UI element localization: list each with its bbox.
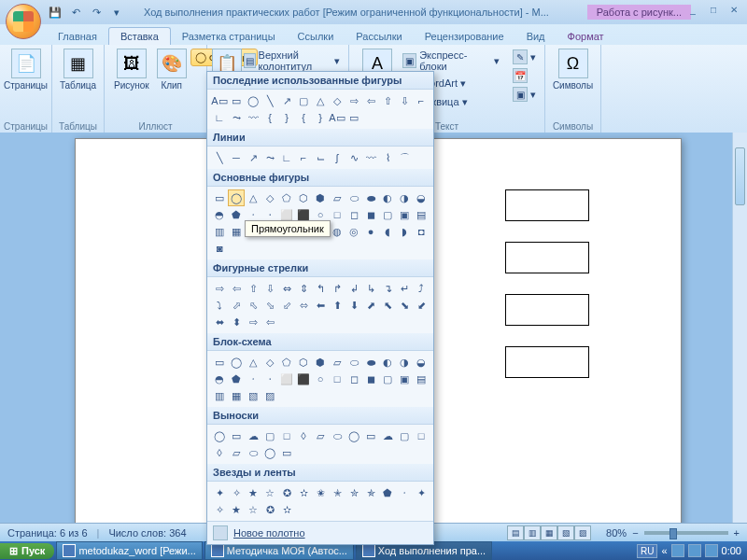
shape-option[interactable]: ⇧ [379, 92, 396, 109]
shape-option[interactable]: ✫ [295, 484, 312, 501]
shape-option[interactable]: ↲ [345, 280, 362, 297]
shape-option[interactable]: ⬟ [228, 371, 245, 387]
shape-option[interactable]: ▭ [211, 354, 228, 371]
shape-option[interactable]: ⬂ [261, 297, 278, 314]
shape-option[interactable]: ✮ [345, 484, 362, 501]
shape-option[interactable]: ◊ [295, 427, 312, 444]
shape-option[interactable]: ◇ [329, 92, 345, 109]
shape-option[interactable]: ↵ [396, 280, 413, 297]
zoom-level[interactable]: 80% [606, 527, 627, 539]
shape-option[interactable]: ◻ [345, 206, 362, 223]
shape-option[interactable]: ⇨ [345, 92, 362, 109]
tab-format[interactable]: Формат [557, 28, 615, 45]
shape-option[interactable]: ⬠ [278, 354, 295, 371]
shape-option[interactable]: ✪ [278, 484, 295, 501]
minimize-icon[interactable]: _ [684, 2, 702, 17]
shape-option[interactable]: ✫ [278, 501, 295, 518]
shape-option[interactable]: A▭ [211, 92, 228, 109]
shape-option[interactable]: ⬭ [245, 444, 261, 461]
shape-option[interactable]: ◻ [345, 371, 362, 387]
shape-option[interactable]: ↳ [362, 280, 379, 297]
shape-option[interactable]: ⬭ [329, 427, 345, 444]
shape-rect-4[interactable] [505, 346, 589, 378]
shape-option[interactable]: ◑ [396, 354, 413, 371]
shape-option[interactable]: ▥ [211, 223, 228, 240]
shape-option[interactable]: ☁ [245, 427, 261, 444]
shape-option[interactable]: □ [278, 427, 295, 444]
shape-option[interactable]: ◼ [362, 371, 379, 387]
shape-option[interactable]: { [295, 109, 312, 126]
shape-option[interactable]: ○ [312, 371, 329, 387]
shape-option[interactable]: ⇨ [245, 314, 261, 330]
shape-option[interactable]: 〰 [245, 109, 261, 126]
shape-option[interactable]: ⬢ [312, 189, 329, 206]
tray-icon-2[interactable] [688, 544, 701, 557]
shape-option[interactable]: ▢ [379, 371, 396, 387]
shape-option[interactable]: ▢ [396, 427, 413, 444]
tray-icon-3[interactable] [705, 544, 718, 557]
qat-undo-icon[interactable]: ↶ [67, 4, 84, 21]
shape-option[interactable]: ⬅ [312, 297, 329, 314]
shape-option[interactable]: ⬋ [413, 297, 430, 314]
shape-option[interactable]: ◍ [329, 223, 345, 240]
shape-option[interactable]: ▥ [211, 387, 228, 404]
shape-option[interactable]: ⬞ [396, 484, 413, 501]
shape-option[interactable]: 〰 [362, 149, 379, 166]
shape-option[interactable]: ▭ [362, 427, 379, 444]
shape-option[interactable]: ◐ [379, 189, 396, 206]
header-dropdown[interactable]: ▤Верхний колонтитул ▾ [241, 49, 343, 73]
shape-option[interactable]: ⌒ [396, 149, 413, 166]
shape-option[interactable]: ◯ [228, 189, 245, 206]
shape-option[interactable]: ⬝ [261, 371, 278, 387]
shape-option[interactable]: ⬢ [312, 354, 329, 371]
shape-option[interactable]: ◓ [211, 371, 228, 387]
tab-home[interactable]: Главная [47, 28, 108, 45]
shape-option[interactable]: ⤳ [228, 109, 245, 126]
shape-option[interactable]: ⬡ [295, 354, 312, 371]
shape-option[interactable]: ▭ [228, 427, 245, 444]
shape-option[interactable]: ▭ [228, 92, 245, 109]
shape-option[interactable]: ✯ [362, 484, 379, 501]
shape-option[interactable]: ▤ [413, 206, 430, 223]
tab-mailings[interactable]: Рассылки [345, 28, 413, 45]
shape-option[interactable]: ⇦ [362, 92, 379, 109]
shape-option[interactable]: ✧ [228, 484, 245, 501]
shape-option[interactable]: □ [413, 427, 430, 444]
symbols-button[interactable]: Ω Символы [551, 47, 595, 92]
shape-option[interactable]: ▭ [345, 109, 362, 126]
shape-option[interactable]: ▣ [396, 206, 413, 223]
shape-option[interactable]: ▢ [261, 427, 278, 444]
shape-option[interactable]: △ [245, 354, 261, 371]
shape-option[interactable]: ╲ [261, 92, 278, 109]
view-print-icon[interactable]: ▤ [507, 525, 524, 540]
shape-option[interactable]: ◑ [396, 189, 413, 206]
shape-option[interactable]: ⬬ [362, 189, 379, 206]
tray-icon-1[interactable] [671, 544, 684, 557]
shape-option[interactable]: ⬭ [345, 189, 362, 206]
shape-option[interactable]: ⌐ [295, 149, 312, 166]
shape-option[interactable]: ◒ [413, 189, 430, 206]
shape-option[interactable]: ✪ [261, 501, 278, 518]
shape-option[interactable]: ◇ [261, 189, 278, 206]
shape-option[interactable]: { [261, 109, 278, 126]
view-web-icon[interactable]: ▦ [541, 525, 557, 540]
start-button[interactable]: ⊞Пуск [0, 543, 54, 559]
tray-expand-icon[interactable]: « [661, 545, 667, 556]
shape-option[interactable]: ↱ [329, 280, 345, 297]
shape-option[interactable]: ▦ [228, 223, 245, 240]
shape-option[interactable]: ∟ [211, 109, 228, 126]
close-icon[interactable]: ✕ [725, 2, 743, 17]
shape-option[interactable]: ⬟ [379, 484, 396, 501]
shape-option[interactable]: ⬌ [211, 314, 228, 330]
status-words[interactable]: Число слов: 364 [108, 527, 186, 539]
shape-option[interactable]: ★ [228, 501, 245, 518]
shape-option[interactable]: ▭ [278, 444, 295, 461]
shape-option[interactable]: ✬ [312, 484, 329, 501]
shape-option[interactable]: □ [329, 206, 345, 223]
tab-refs[interactable]: Ссылки [287, 28, 345, 45]
shape-option[interactable]: ◯ [211, 427, 228, 444]
signature-button[interactable]: ✎▾ [510, 49, 539, 65]
datetime-button[interactable]: 📅 [510, 67, 539, 84]
shape-option[interactable]: ⬄ [295, 297, 312, 314]
shape-option[interactable]: ⇩ [261, 280, 278, 297]
